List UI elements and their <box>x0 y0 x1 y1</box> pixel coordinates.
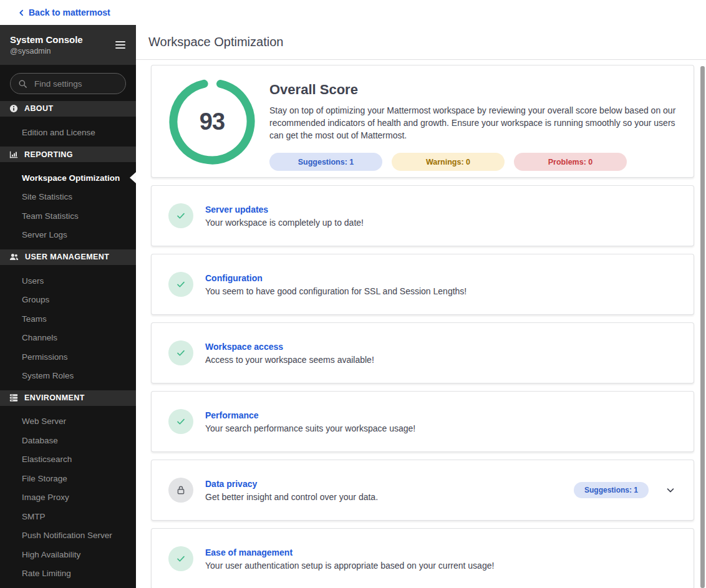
sidebar-item-users[interactable]: Users <box>0 271 136 291</box>
sidebar-item-smtp[interactable]: SMTP <box>0 507 136 526</box>
sidebar-item-database[interactable]: Database <box>0 431 136 450</box>
card-title: Performance <box>205 410 415 420</box>
sidebar-item-site-statistics[interactable]: Site Statistics <box>0 188 136 207</box>
overall-score-title: Overall Score <box>269 82 676 98</box>
main-panel: Workspace Optimization 93 Overall Score … <box>136 25 706 588</box>
overall-score-value: 93 <box>168 78 256 165</box>
back-link-label: Back to mattermost <box>29 7 110 17</box>
sidebar-item-workspace-optimization[interactable]: Workspace Optimization <box>0 168 136 188</box>
sidebar-item-file-storage[interactable]: File Storage <box>0 469 136 488</box>
sidebar-item-channels[interactable]: Channels <box>0 328 136 347</box>
sidebar-item-edition-and-license[interactable]: Edition and License <box>0 123 136 142</box>
sidebar-header: System Console @sysadmin <box>0 25 136 65</box>
vertical-scrollbar[interactable] <box>700 66 705 588</box>
section-header-about: ABOUT <box>0 101 136 117</box>
check-circle-icon <box>168 409 193 434</box>
server-icon <box>9 393 18 402</box>
sidebar-search <box>0 65 136 101</box>
workspace-access-card: Workspace access Access to your workspac… <box>151 322 694 383</box>
server-updates-card: Server updates Your workspace is complet… <box>151 185 694 246</box>
back-link[interactable]: Back to mattermost <box>17 7 110 17</box>
card-description: Access to your workspace seems available… <box>205 355 374 365</box>
hamburger-menu-icon[interactable] <box>115 39 125 51</box>
sidebar-item-groups[interactable]: Groups <box>0 290 136 309</box>
sidebar-item-permissions[interactable]: Permissions <box>0 347 136 367</box>
sidebar-title: System Console <box>10 34 83 46</box>
sidebar-item-image-proxy[interactable]: Image Proxy <box>0 488 136 508</box>
search-input[interactable] <box>33 79 118 89</box>
chevron-left-icon <box>17 9 26 17</box>
sidebar-item-team-statistics[interactable]: Team Statistics <box>0 206 136 226</box>
info-icon <box>9 104 18 113</box>
sidebar-item-high-availability[interactable]: High Availability <box>0 545 136 564</box>
sidebar-item-elasticsearch[interactable]: Elasticsearch <box>0 450 136 470</box>
sidebar-item-web-server[interactable]: Web Server <box>0 412 136 431</box>
card-title: Ease of management <box>205 547 494 557</box>
check-circle-icon <box>168 272 193 297</box>
chevron-down-icon[interactable] <box>665 484 676 496</box>
suggestions-badge: Suggestions: 1 <box>574 482 649 498</box>
sidebar-item-teams[interactable]: Teams <box>0 309 136 329</box>
search-icon <box>18 79 27 89</box>
card-title: Server updates <box>205 205 364 214</box>
sidebar: System Console @sysadmin ABOUT Edition a… <box>0 25 136 588</box>
data-privacy-card[interactable]: Data privacy Get better insight and cont… <box>151 460 694 521</box>
card-title: Data privacy <box>205 479 378 489</box>
warnings-badge: Warnings: 0 <box>392 153 505 171</box>
card-description: Get better insight and control over your… <box>205 492 378 502</box>
check-circle-icon <box>168 546 193 571</box>
page-title: Workspace Optimization <box>148 35 283 49</box>
configuration-card: Configuration You seem to have good conf… <box>151 254 694 315</box>
card-description: You seem to have good configuration for … <box>205 286 467 296</box>
check-circle-icon <box>168 340 193 365</box>
card-title: Workspace access <box>205 342 374 352</box>
sidebar-item-server-logs[interactable]: Server Logs <box>0 226 136 245</box>
ease-of-management-card: Ease of management Your user authenticat… <box>151 528 694 588</box>
page-header: Workspace Optimization <box>136 25 706 60</box>
sidebar-item-rate-limiting[interactable]: Rate Limiting <box>0 564 136 584</box>
lock-icon <box>168 478 193 503</box>
card-title: Configuration <box>205 273 467 283</box>
section-header-environment: ENVIRONMENT <box>0 390 136 406</box>
users-icon <box>9 253 19 261</box>
overall-score-card: 93 Overall Score Stay on top of optimizi… <box>151 65 694 178</box>
top-bar: Back to mattermost <box>0 0 706 25</box>
problems-badge: Problems: 0 <box>514 153 627 171</box>
sidebar-item-push-notification-server[interactable]: Push Notification Server <box>0 526 136 546</box>
check-circle-icon <box>168 203 193 228</box>
section-header-user-management: USER MANAGEMENT <box>0 249 136 265</box>
overall-score-description: Stay on top of optimizing your Mattermos… <box>269 104 676 142</box>
section-header-reporting: REPORTING <box>0 147 136 162</box>
card-description: Your workspace is completely up to date! <box>205 218 364 228</box>
performance-card: Performance Your search performance suit… <box>151 391 694 452</box>
bar-chart-icon <box>9 150 18 159</box>
sidebar-subtitle: @sysadmin <box>10 46 83 56</box>
sidebar-item-system-roles[interactable]: System Roles <box>0 366 136 385</box>
card-description: Your search performance suits your works… <box>205 423 415 433</box>
score-ring: 93 <box>168 78 256 165</box>
card-description: Your user authentication setup is approp… <box>205 561 494 571</box>
suggestions-badge: Suggestions: 1 <box>269 153 382 171</box>
content-area: 93 Overall Score Stay on top of optimizi… <box>136 60 706 588</box>
